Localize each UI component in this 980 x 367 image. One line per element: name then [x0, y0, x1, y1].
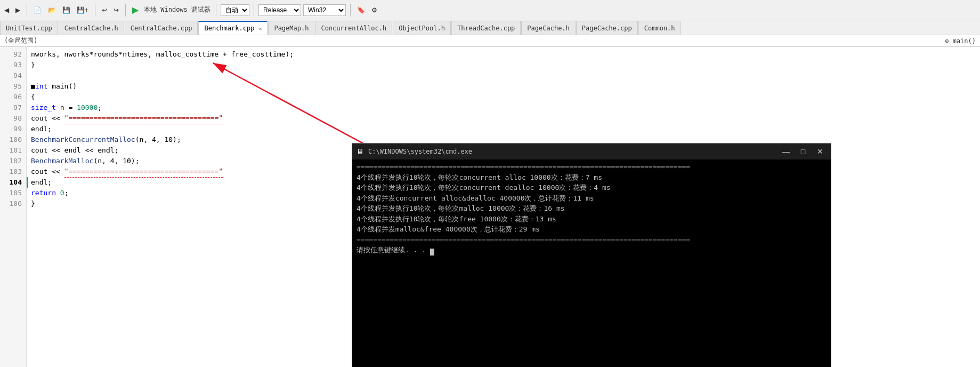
tab-pagecache_cpp[interactable]: PageCache.cpp	[576, 21, 638, 35]
separator-4	[216, 4, 216, 17]
tab-benchmark_cpp[interactable]: Benchmark.cpp✕	[198, 21, 268, 35]
tab-label-centralcache_h: CentralCache.h	[64, 25, 118, 32]
platform-combo[interactable]: Win32	[303, 4, 346, 16]
tab-concurrentalloc_h[interactable]: ConcurrentAlloc.h	[315, 21, 392, 35]
tab-centralcache_h[interactable]: CentralCache.h	[59, 21, 124, 35]
separator-3	[125, 4, 126, 17]
cmd-restore-button[interactable]: □	[797, 145, 809, 158]
tab-label-pagecache_h: PageCache.h	[527, 25, 569, 32]
separator-2	[95, 4, 95, 17]
save-all-button[interactable]: 💾+	[75, 5, 91, 15]
new-file-button[interactable]: 📄	[31, 5, 44, 15]
editor-area: 9293949596979899100101102103104105106 nw…	[0, 47, 980, 367]
cmd-line-10: 请按任意键继续. . .	[357, 245, 827, 256]
tab-pagemap_h[interactable]: PageMap.h	[268, 21, 314, 35]
cmd-line-8: 4个线程并发malloc&free 400000次，总计花费：29 ms	[357, 224, 827, 235]
separator-1	[27, 4, 27, 17]
tab-threadcache_cpp[interactable]: ThreadCache.cpp	[451, 21, 521, 35]
run-button[interactable]: ▶	[130, 5, 141, 15]
line-num-100: 100	[4, 134, 22, 145]
bookmark-button[interactable]: 🔖	[355, 5, 367, 15]
cmd-titlebar: 🖥 C:\WINDOWS\system32\cmd.exe — □ ✕	[352, 143, 831, 159]
cmd-line-7: 4个线程并发执行10轮次，每轮次free 10000次：花费：13 ms	[357, 214, 827, 225]
config-combo[interactable]: 自动	[221, 4, 249, 16]
cmd-title: C:\WINDOWS\system32\cmd.exe	[368, 148, 777, 155]
line-num-105: 105	[4, 188, 22, 198]
tab-objectpool_h[interactable]: ObjectPool.h	[393, 21, 451, 35]
line-num-94: 94	[4, 70, 22, 81]
line-num-92: 92	[4, 49, 22, 60]
line-num-96: 96	[4, 92, 22, 102]
cmd-line-9: ========================================…	[357, 235, 827, 245]
cmd-icon: 🖥	[357, 147, 364, 156]
line-num-101: 101	[4, 145, 22, 156]
scope-right: ⊙ main()	[945, 37, 976, 45]
cmd-controls: — □ ✕	[780, 145, 827, 158]
line-num-98: 98	[4, 113, 22, 124]
cmd-line-6: 4个线程并发执行10轮次，每轮次malloc 10000次：花费：16 ms	[357, 203, 827, 214]
tab-close-benchmark_cpp[interactable]: ✕	[258, 26, 262, 31]
code-line-95: ■int main()	[27, 81, 980, 92]
line-num-95: 95	[4, 81, 22, 92]
cmd-line-2: 4个线程并发执行10轮次，每轮次concurrent dealloc 10000…	[357, 182, 827, 193]
line-numbers: 9293949596979899100101102103104105106	[0, 47, 27, 367]
line-num-104: 104	[4, 177, 22, 188]
build-config-combo[interactable]: Release	[258, 4, 301, 16]
cmd-body: ========================================…	[352, 159, 831, 367]
code-line-97: size_t n = 10000;	[27, 102, 980, 113]
scope-left: (全局范围)	[4, 36, 37, 45]
tab-label-pagecache_cpp: PageCache.cpp	[582, 25, 632, 32]
tab-unittest[interactable]: UnitTest.cpp	[0, 21, 58, 35]
cmd-window: 🖥 C:\WINDOWS\system32\cmd.exe — □ ✕ ====…	[352, 143, 831, 367]
forward-button[interactable]: ▶	[13, 5, 22, 15]
debugger-label: 本地 Windows 调试器	[143, 5, 212, 14]
code-line-96: {	[27, 92, 980, 102]
tab-label-benchmark_cpp: Benchmark.cpp	[204, 25, 254, 32]
scope-bar: (全局范围) ⊙ main()	[0, 35, 980, 47]
save-button[interactable]: 💾	[60, 5, 72, 15]
line-num-99: 99	[4, 124, 22, 134]
cmd-close-button[interactable]: ✕	[814, 145, 827, 158]
cmd-line-3: 4个线程并发concurrent alloc&dealloc 400000次，总…	[357, 193, 827, 204]
cmd-minimize-button[interactable]: —	[780, 145, 792, 158]
toolbar: ◀ ▶ 📄 📂 💾 💾+ ↩ ↪ ▶ 本地 Windows 调试器 自动 Rel…	[0, 0, 980, 20]
line-num-97: 97	[4, 102, 22, 113]
line-num-93: 93	[4, 60, 22, 70]
line-num-106: 106	[4, 198, 22, 209]
code-line-94	[27, 70, 980, 81]
undo-button[interactable]: ↩	[100, 5, 109, 15]
separator-6	[350, 4, 351, 17]
redo-button[interactable]: ↪	[111, 5, 121, 15]
tab-centralcache_cpp[interactable]: CentralCache.cpp	[125, 21, 198, 35]
tools-button[interactable]: ⚙	[369, 5, 379, 15]
tab-common_h[interactable]: Common.h	[638, 21, 681, 35]
tabs-bar: UnitTest.cppCentralCache.hCentralCache.c…	[0, 20, 980, 35]
cmd-line-0: ========================================…	[357, 162, 827, 172]
code-line-98: cout << "===============================…	[27, 113, 980, 124]
separator-5	[254, 4, 254, 17]
open-file-button[interactable]: 📂	[46, 5, 58, 15]
tab-label-centralcache_cpp: CentralCache.cpp	[131, 25, 192, 32]
cmd-cursor	[430, 249, 434, 256]
tab-label-concurrentalloc_h: ConcurrentAlloc.h	[321, 25, 386, 32]
code-line-93: }	[27, 60, 980, 70]
line-num-103: 103	[4, 166, 22, 177]
line-num-102: 102	[4, 156, 22, 166]
tab-label-pagemap_h: PageMap.h	[274, 25, 309, 32]
tab-pagecache_h[interactable]: PageCache.h	[521, 21, 575, 35]
code-line-99: endl;	[27, 124, 980, 134]
tab-label-threadcache_cpp: ThreadCache.cpp	[457, 25, 515, 32]
tab-label-unittest: UnitTest.cpp	[6, 25, 52, 32]
back-button[interactable]: ◀	[2, 5, 11, 15]
tab-label-common_h: Common.h	[644, 25, 675, 32]
code-line-92: nworks, nworks*rounds*ntimes, malloc_cos…	[27, 49, 980, 60]
tab-label-objectpool_h: ObjectPool.h	[399, 25, 445, 32]
cmd-line-1: 4个线程并发执行10轮次，每轮次concurrent alloc 10000次：…	[357, 172, 827, 183]
